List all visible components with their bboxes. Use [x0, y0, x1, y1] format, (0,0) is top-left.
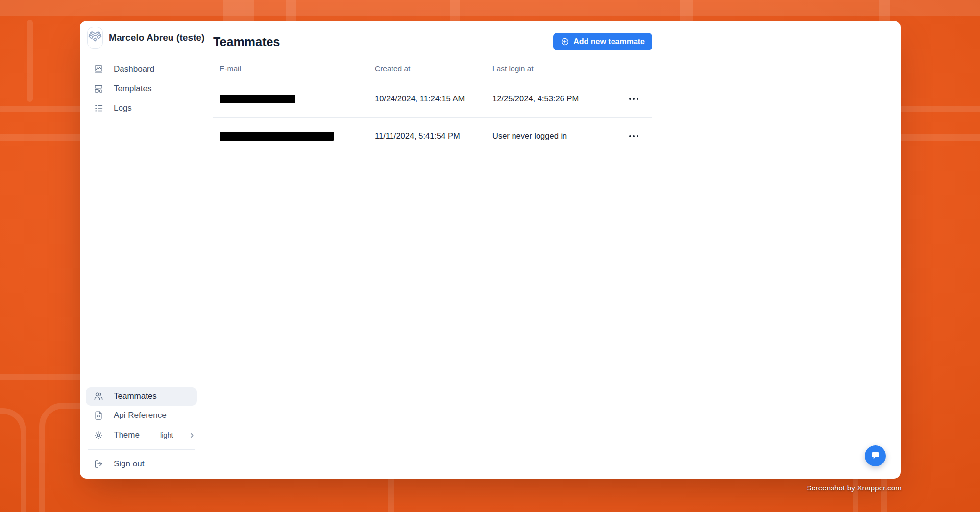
- users-icon: [94, 391, 103, 401]
- main-panel: Teammates Add new teammate E-mail: [203, 21, 901, 479]
- sidebar-item-teammates[interactable]: Teammates: [86, 387, 197, 406]
- table-row: 11/11/2024, 5:41:54 PM User never logged…: [213, 117, 652, 154]
- last-login-cell: User never logged in: [492, 131, 615, 141]
- sidebar-nav-top: Dashboard Templates: [80, 59, 203, 118]
- chat-launcher-button[interactable]: [865, 445, 886, 466]
- ellipsis-icon[interactable]: [626, 94, 641, 104]
- pattern-rect: [0, 408, 26, 512]
- sidebar-item-label: Logs: [114, 103, 132, 113]
- column-header-email: E-mail: [213, 64, 375, 73]
- layout-icon: [94, 84, 103, 94]
- email-cell: [213, 95, 375, 103]
- sidebar-item-label: Teammates: [114, 391, 157, 401]
- pattern-band: [0, 374, 83, 380]
- app-window: Marcelo Abreu (teste) Dashboard: [80, 21, 901, 479]
- column-header-created-at: Created at: [375, 64, 492, 73]
- pattern-gap: [881, 475, 887, 512]
- add-new-teammate-label: Add new teammate: [573, 37, 645, 46]
- logout-icon: [94, 459, 103, 469]
- last-login-cell: 12/25/2024, 4:53:26 PM: [492, 94, 615, 103]
- created-at-cell: 10/24/2024, 11:24:15 AM: [375, 94, 492, 103]
- sidebar-item-api-reference[interactable]: Api Reference: [86, 406, 197, 425]
- page-title: Teammates: [213, 35, 280, 49]
- app-logo-icon: [87, 27, 103, 49]
- account-button[interactable]: Marcelo Abreu (teste): [80, 21, 203, 49]
- file-code-icon: [94, 411, 103, 420]
- list-icon: [94, 103, 103, 113]
- teammates-table: E-mail Created at Last login at 10/24/20…: [213, 57, 652, 154]
- pattern-gap: [27, 20, 33, 102]
- sidebar-item-logs[interactable]: Logs: [80, 98, 203, 118]
- circle-plus-icon: [561, 37, 569, 46]
- actions-cell: [615, 94, 652, 104]
- sun-icon: [94, 430, 103, 440]
- sidebar-item-sign-out[interactable]: Sign out: [86, 454, 197, 474]
- sidebar-item-label: Sign out: [114, 459, 144, 469]
- created-at-cell: 11/11/2024, 5:41:54 PM: [375, 131, 492, 141]
- redacted-email: [220, 95, 295, 103]
- sidebar-item-label: Dashboard: [114, 64, 154, 74]
- chevron-right-icon: [188, 432, 196, 439]
- theme-value: light: [160, 431, 173, 439]
- add-new-teammate-button[interactable]: Add new teammate: [553, 33, 652, 50]
- screen: Marcelo Abreu (teste) Dashboard: [0, 0, 980, 512]
- table-row: 10/24/2024, 11:24:15 AM 12/25/2024, 4:53…: [213, 80, 652, 117]
- chat-bubble-icon: [869, 450, 882, 462]
- chart-icon: [94, 64, 103, 74]
- watermark: Screenshot by Xnapper.com: [807, 484, 902, 492]
- pattern-band: [0, 0, 980, 16]
- sidebar-item-theme[interactable]: Theme light: [86, 425, 197, 445]
- email-cell: [213, 132, 375, 141]
- actions-cell: [615, 131, 652, 141]
- column-header-last-login-at: Last login at: [492, 64, 615, 73]
- divider: [88, 449, 195, 450]
- sidebar-nav-bottom: Teammates Api Reference: [86, 387, 197, 474]
- sidebar-item-templates[interactable]: Templates: [80, 79, 203, 98]
- sidebar-item-label: Theme: [114, 430, 140, 440]
- sidebar-item-label: Templates: [114, 84, 151, 94]
- sidebar: Marcelo Abreu (teste) Dashboard: [80, 21, 203, 479]
- page-header: Teammates Add new teammate: [213, 31, 652, 52]
- pattern-gap: [853, 475, 858, 512]
- sidebar-item-dashboard[interactable]: Dashboard: [80, 59, 203, 79]
- table-header-row: E-mail Created at Last login at: [213, 57, 652, 80]
- ellipsis-icon[interactable]: [626, 131, 641, 141]
- sidebar-item-label: Api Reference: [114, 411, 167, 420]
- redacted-email: [220, 132, 334, 141]
- account-name: Marcelo Abreu (teste): [109, 32, 205, 43]
